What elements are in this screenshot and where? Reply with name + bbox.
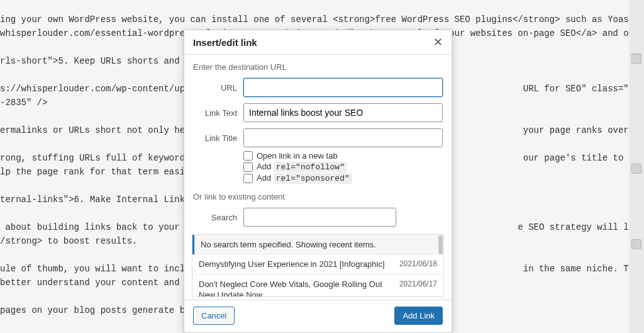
dialog-title: Insert/edit link [193,37,257,48]
open-new-tab-label: Open link in a new tab [257,151,338,161]
link-title-label: Link Title [193,133,237,143]
search-label: Search [193,213,237,222]
result-date: 2021/06/17 [399,279,437,288]
results-header: No search term specified. Showing recent… [192,235,443,254]
insert-link-dialog: Insert/edit link ✕ Enter the destination… [184,30,452,333]
nofollow-checkbox[interactable] [243,162,253,172]
sponsored-checkbox[interactable] [243,174,253,183]
add-link-button[interactable]: Add Link [394,307,443,325]
existing-content-results: No search term specified. Showing recent… [192,234,444,297]
result-item[interactable]: Demystifying User Experience in 2021 [In… [192,254,443,274]
close-icon[interactable]: ✕ [433,37,443,48]
sponsored-label: Add rel="sponsored" [257,173,352,183]
enter-url-note: Enter the destination URL [193,62,443,72]
link-text-input[interactable] [243,103,443,122]
url-input[interactable] [243,78,443,97]
open-new-tab-checkbox[interactable] [243,151,253,161]
nofollow-label: Add rel="nofollow" [257,162,347,172]
result-date: 2021/06/18 [399,259,437,268]
url-label: URL [193,83,237,93]
results-scrollbar[interactable] [438,235,443,254]
link-title-input[interactable] [243,128,443,147]
link-text-label: Link Text [193,108,237,118]
dialog-header: Insert/edit link ✕ [184,30,452,55]
search-input[interactable] [243,208,396,227]
cancel-button[interactable]: Cancel [193,307,235,325]
result-item[interactable]: Don't Neglect Core Web Vitals, Google Ro… [192,274,443,297]
existing-content-note: Or link to existing content [193,192,443,201]
result-title: Don't Neglect Core Web Vitals, Google Ro… [199,279,399,297]
result-title: Demystifying User Experience in 2021 [In… [199,259,399,270]
